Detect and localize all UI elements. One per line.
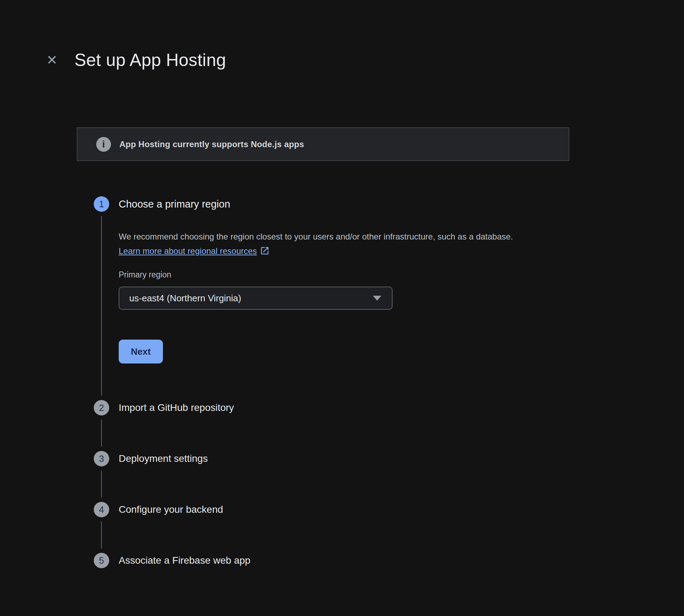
step-2-body: Import a GitHub repository — [119, 400, 592, 451]
step-4-number-badge: 4 — [94, 502, 109, 517]
step-1-number-badge: 1 — [94, 196, 109, 212]
info-banner: i App Hosting currently supports Node.js… — [77, 127, 569, 161]
step-1-body: Choose a primary region We recommend cho… — [119, 196, 592, 400]
step-5-rail: 5 — [94, 553, 109, 568]
next-button[interactable]: Next — [119, 340, 163, 363]
step-import-github: 2 Import a GitHub repository — [94, 400, 592, 451]
step-connector-line — [101, 420, 102, 447]
region-description-text: We recommend choosing the region closest… — [119, 232, 513, 241]
step-connector-line — [101, 522, 102, 549]
step-associate-web-app: 5 Associate a Firebase web app — [94, 553, 592, 568]
primary-region-select[interactable]: us-east4 (Northern Virginia) — [119, 287, 393, 310]
setup-stepper: 1 Choose a primary region We recommend c… — [94, 196, 592, 568]
learn-more-link-text: Learn more about regional resources — [119, 246, 257, 256]
step-4-rail: 4 — [94, 502, 109, 553]
step-1-heading: Choose a primary region — [119, 196, 592, 212]
step-2-label: Import a GitHub repository — [119, 400, 592, 415]
step-5-label: Associate a Firebase web app — [119, 553, 592, 568]
region-description: We recommend choosing the region closest… — [119, 229, 530, 258]
setup-app-hosting-page: { "header": { "title": "Set up App Hosti… — [0, 0, 684, 616]
step-5-number-badge: 5 — [94, 553, 109, 568]
step-choose-region: 1 Choose a primary region We recommend c… — [94, 196, 592, 400]
step-connector-line — [101, 216, 102, 396]
step-2-number-badge: 2 — [94, 400, 109, 415]
step-deployment-settings: 3 Deployment settings — [94, 451, 592, 502]
title-bar: ✕ Set up App Hosting — [44, 50, 226, 70]
step-3-label: Deployment settings — [119, 451, 592, 466]
step-4-body: Configure your backend — [119, 502, 592, 553]
step-2-rail: 2 — [94, 400, 109, 451]
primary-region-select-value: us-east4 (Northern Virginia) — [129, 293, 241, 304]
step-4-label: Configure your backend — [119, 502, 592, 517]
dropdown-arrow-icon — [373, 296, 381, 301]
page-title: Set up App Hosting — [74, 50, 226, 70]
close-icon[interactable]: ✕ — [44, 52, 60, 68]
step-3-rail: 3 — [94, 451, 109, 502]
learn-more-link[interactable]: Learn more about regional resources — [119, 246, 270, 256]
step-3-number-badge: 3 — [94, 451, 109, 466]
step-1-rail: 1 — [94, 196, 109, 400]
primary-region-label: Primary region — [119, 270, 592, 280]
step-5-body: Associate a Firebase web app — [119, 553, 592, 568]
open-in-new-icon — [260, 246, 270, 256]
step-connector-line — [101, 471, 102, 498]
step-3-body: Deployment settings — [119, 451, 592, 502]
info-icon: i — [96, 137, 111, 152]
info-banner-text: App Hosting currently supports Node.js a… — [119, 139, 304, 149]
step-configure-backend: 4 Configure your backend — [94, 502, 592, 553]
